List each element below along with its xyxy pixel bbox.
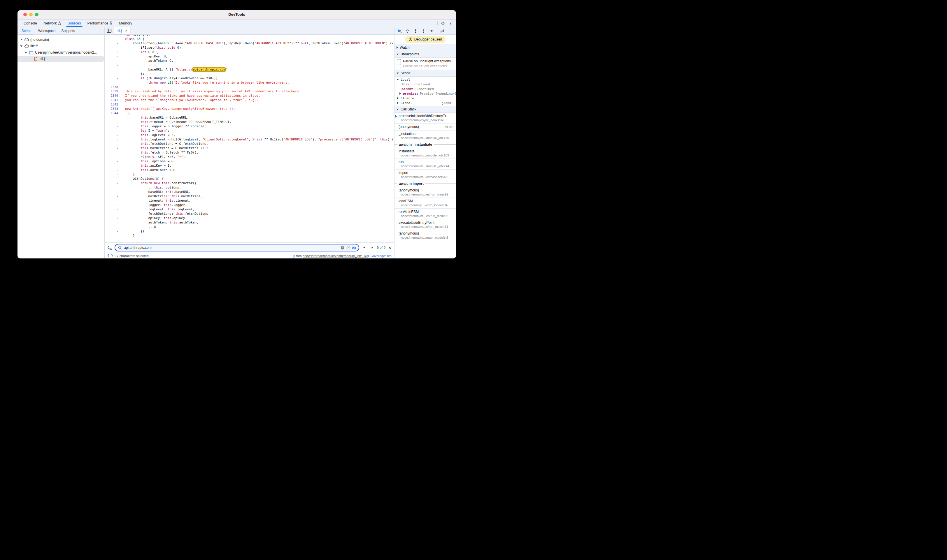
line-number-gutter[interactable]: - xyxy=(105,198,122,203)
chevron-down-icon[interactable] xyxy=(25,52,28,53)
code-line[interactable]: -maxRetries: this.maxRetries, xyxy=(105,194,394,198)
chevron-down-icon[interactable] xyxy=(20,45,23,47)
hide-navigator-icon[interactable] xyxy=(105,27,113,34)
line-number-gutter[interactable]: - xyxy=(105,115,122,120)
line-number-gutter[interactable]: - xyxy=(105,54,122,58)
line-number-gutter[interactable]: - xyxy=(105,120,122,124)
callstack-frame[interactable]: importnode:internal/m…esm/loader:329 xyxy=(395,169,456,180)
code-line[interactable]: 1342 xyxy=(105,102,394,107)
code-line[interactable]: -...A xyxy=(105,225,394,229)
search-input[interactable]: api.anthropic.com (.*) Aa xyxy=(114,244,359,251)
pretty-print-icon[interactable]: { } xyxy=(107,254,113,258)
resume-script-icon[interactable] xyxy=(397,29,402,33)
line-number-gutter[interactable]: - xyxy=(105,80,122,85)
code-line[interactable]: -$F1.set(this, void 0); xyxy=(105,45,394,50)
main-tab-network[interactable]: Network xyxy=(40,20,65,27)
callstack-frame[interactable]: _instantiatenode:internal/m…module_job:1… xyxy=(395,131,456,141)
chevron-right-icon[interactable] xyxy=(20,38,23,41)
code-line[interactable]: 1341you can set the \`dangerouslyAllowBr… xyxy=(105,98,394,102)
line-number-gutter[interactable]: - xyxy=(105,168,122,172)
code-line[interactable]: -withOptions(A) { xyxy=(105,177,394,181)
line-number-gutter[interactable]: - xyxy=(105,229,122,233)
line-number-gutter[interactable]: - xyxy=(105,190,122,194)
callstack-frame[interactable]: (anonymous)node:internal/m…main_module:2 xyxy=(395,230,456,241)
step-icon[interactable] xyxy=(429,29,433,33)
code-line[interactable]: -this.maxRetries = G.maxRetries ?? 2, xyxy=(105,146,394,150)
step-into-icon[interactable] xyxy=(413,29,418,33)
match-case-toggle[interactable]: Aa xyxy=(352,246,356,249)
line-number-gutter[interactable]: - xyxy=(105,72,122,76)
code-line[interactable]: -apiKey: this.apiKey, xyxy=(105,216,394,220)
line-number-gutter[interactable]: 1339 xyxy=(105,89,122,94)
code-line[interactable]: -timeout: this.timeout, xyxy=(105,198,394,203)
next-match-icon[interactable] xyxy=(369,246,374,250)
code-line[interactable]: -logger: this.logger, xyxy=(105,203,394,207)
scope-variable-promise[interactable]: promise:Promise {<pending>} xyxy=(395,91,456,96)
tree-item-users-jinhuilee-nvm-versions-node-v2-[interactable]: Users/jinhuilee/.nvm/versions/node/v2… xyxy=(17,49,104,55)
scope-variable-parent[interactable]: parent:undefined xyxy=(395,86,456,91)
line-number-gutter[interactable]: - xyxy=(105,67,122,72)
line-number-gutter[interactable]: - xyxy=(105,150,122,155)
line-number-gutter[interactable]: - xyxy=(105,133,122,137)
line-number-gutter[interactable]: - xyxy=(105,203,122,207)
line-number-gutter[interactable]: - xyxy=(105,58,122,63)
code-line[interactable]: 1344`); xyxy=(105,111,394,115)
callstack-frame[interactable]: promiseInitHookWithDestroyTr…node:intern… xyxy=(395,113,456,123)
line-number-gutter[interactable]: - xyxy=(105,146,122,150)
scope-section-closure[interactable]: Closure xyxy=(395,96,456,100)
callstack-frame[interactable]: (anonymous)cli.js:1 xyxy=(395,123,456,131)
code-line[interactable]: -this._options = G, xyxy=(105,159,394,163)
code-line[interactable]: var X50, $F1; xyxy=(105,35,394,37)
code-line[interactable]: 1340If you understand the risks and have… xyxy=(105,94,394,98)
code-line[interactable]: -}; xyxy=(105,72,394,76)
clear-search-icon[interactable] xyxy=(340,246,345,250)
code-line[interactable]: -baseURL: this.baseURL, xyxy=(105,190,394,194)
navigator-tab-workspace[interactable]: Workspace xyxy=(35,27,59,34)
line-number-gutter[interactable]: 1343 xyxy=(105,107,122,111)
line-number-gutter[interactable]: - xyxy=(105,220,122,225)
code-line[interactable]: -baseURL: A || "https://api.anthropic.co… xyxy=(105,67,394,72)
line-number-gutter[interactable]: 1344 xyxy=(105,111,122,115)
editor-tab-clijs[interactable]: cli.js × xyxy=(113,27,131,34)
code-line[interactable]: -let Z = "warn"; xyxy=(105,129,394,133)
line-number-gutter[interactable]: - xyxy=(105,41,122,45)
line-number-gutter[interactable]: - xyxy=(105,159,122,163)
code-line[interactable]: -let G = { xyxy=(105,50,394,54)
navigator-menu-kebab-icon[interactable]: ⋮ xyxy=(96,27,104,34)
line-number-gutter[interactable]: - xyxy=(105,233,122,238)
step-over-icon[interactable] xyxy=(405,29,410,33)
close-search-icon[interactable]: × xyxy=(388,245,392,250)
scope-section-header[interactable]: Scope xyxy=(395,70,456,77)
main-tab-console[interactable]: Console xyxy=(20,20,40,27)
code-line[interactable]: -if (!G.dangerouslyAllowBrowser && Ys0()… xyxy=(105,76,394,80)
line-number-gutter[interactable]: 1340 xyxy=(105,94,122,98)
code-line[interactable]: -fetchOptions: this.fetchOptions, xyxy=(105,212,394,216)
tree-item-cli-js[interactable]: cli.js xyxy=(17,55,104,62)
callstack-section-header[interactable]: Call Stack xyxy=(395,106,456,113)
line-number-gutter[interactable]: - xyxy=(105,194,122,198)
code-line[interactable]: -this.timeout = G.timeout ?? Lw.DEFAULT_… xyxy=(105,120,394,124)
navigator-tab-scripts[interactable]: Scripts xyxy=(19,27,35,34)
line-number-gutter[interactable]: - xyxy=(105,124,122,129)
line-number-gutter[interactable]: - xyxy=(105,63,122,67)
line-number-gutter[interactable]: - xyxy=(105,225,122,229)
step-out-icon[interactable] xyxy=(421,29,426,33)
line-number-gutter[interactable]: - xyxy=(105,163,122,168)
checkbox[interactable] xyxy=(397,59,401,63)
code-line[interactable]: -this.apiKey = B, xyxy=(105,163,394,168)
line-number-gutter[interactable] xyxy=(105,35,122,37)
main-tab-sources[interactable]: Sources xyxy=(65,20,84,27)
callstack-frame[interactable]: runnode:internal/m…module_job:214 xyxy=(395,159,456,169)
line-number-gutter[interactable]: - xyxy=(105,45,122,50)
close-tab-icon[interactable]: × xyxy=(125,29,127,33)
main-tab-performance[interactable]: Performance xyxy=(84,20,116,27)
watch-section-header[interactable]: Watch xyxy=(395,44,456,51)
line-number-gutter[interactable]: 1338 xyxy=(105,85,122,89)
code-line[interactable]: 1338 xyxy=(105,85,394,89)
code-line[interactable]: -o9(this, $F1, Xs0, "f"), xyxy=(105,155,394,159)
breakpoints-section-header[interactable]: Breakpoints xyxy=(395,51,456,58)
deactivate-breakpoints-icon[interactable] xyxy=(440,29,445,33)
code-line[interactable]: -throw new L9(`It looks like you're runn… xyxy=(105,80,394,85)
code-line[interactable]: -authToken: Q, xyxy=(105,58,394,63)
line-number-gutter[interactable]: - xyxy=(105,129,122,133)
